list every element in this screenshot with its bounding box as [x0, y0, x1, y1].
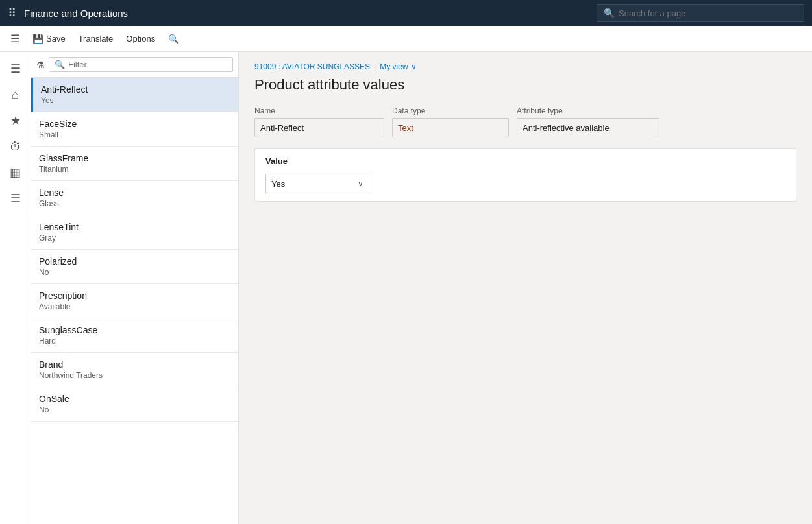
list-panel-header: ⚗ 🔍 [31, 52, 238, 78]
filter-search[interactable]: 🔍 [49, 57, 233, 72]
list-item[interactable]: GlassFrame Titanium [31, 147, 238, 181]
list-item[interactable]: Brand Northwind Traders [31, 353, 238, 387]
detail-panel: 91009 : AVIATOR SUNGLASSES | My view ∨ P… [239, 52, 812, 524]
list-item[interactable]: Polarized No [31, 250, 238, 284]
save-icon: 💾 [32, 34, 43, 44]
hamburger-menu-button[interactable]: ☰ [5, 30, 25, 47]
list-item[interactable]: Prescription Available [31, 284, 238, 318]
modules-icon[interactable]: ☰ [4, 187, 27, 210]
attrtype-label: Attribute type [517, 106, 659, 115]
home-icon[interactable]: ⌂ [4, 83, 27, 106]
search-input[interactable] [619, 8, 797, 18]
favorites-icon[interactable]: ★ [4, 109, 27, 132]
chevron-down-icon: ∨ [358, 179, 363, 188]
list-item[interactable]: Anti-Reflect Yes [31, 78, 238, 112]
attribute-list: Anti-Reflect Yes FaceSize Small GlassFra… [31, 78, 238, 524]
search-icon: 🔍 [604, 8, 615, 18]
toolbar-search-button[interactable]: 🔍 [163, 31, 184, 47]
filter-icon[interactable]: ⚗ [36, 60, 45, 70]
datatype-field-group: Data type [392, 106, 509, 137]
page-title: Product attribute values [254, 77, 796, 93]
translate-button[interactable]: Translate [73, 31, 119, 46]
breadcrumb: 91009 : AVIATOR SUNGLASSES | My view ∨ [254, 62, 796, 71]
list-item[interactable]: OnSale No [31, 387, 238, 422]
datatype-label: Data type [392, 106, 509, 115]
name-input[interactable] [254, 118, 384, 137]
name-label: Name [254, 106, 384, 115]
chevron-down-icon: ∨ [411, 62, 417, 71]
side-icon-bar: ☰ ⌂ ★ ⏱ ▦ ☰ [0, 52, 31, 524]
breadcrumb-view[interactable]: My view ∨ [380, 62, 416, 71]
options-button[interactable]: Options [121, 31, 160, 46]
datatype-input[interactable] [392, 118, 509, 137]
list-item[interactable]: FaceSize Small [31, 112, 238, 147]
main-layout: ☰ ⌂ ★ ⏱ ▦ ☰ ⚗ 🔍 Anti-Reflect Yes FaceSiz… [0, 52, 812, 524]
nav-toggle-icon[interactable]: ☰ [4, 57, 27, 80]
recent-icon[interactable]: ⏱ [4, 135, 27, 158]
list-item[interactable]: Lense Glass [31, 181, 238, 215]
filter-search-icon: 🔍 [55, 60, 65, 69]
value-section: Value Yes ∨ [254, 148, 796, 202]
workspaces-icon[interactable]: ▦ [4, 161, 27, 184]
value-section-title: Value [265, 156, 785, 166]
save-button[interactable]: 💾 Save [27, 31, 71, 47]
value-dropdown-text: Yes [271, 179, 285, 189]
breadcrumb-product[interactable]: 91009 : AVIATOR SUNGLASSES [254, 62, 370, 71]
grid-icon[interactable]: ⠿ [8, 6, 16, 20]
name-field-group: Name [254, 106, 384, 137]
app-title: Finance and Operations [24, 8, 589, 19]
breadcrumb-separator: | [374, 62, 376, 71]
list-panel: ⚗ 🔍 Anti-Reflect Yes FaceSize Small Glas… [31, 52, 239, 524]
global-search[interactable]: 🔍 [597, 4, 804, 22]
filter-input[interactable] [68, 60, 227, 69]
list-item[interactable]: LenseTint Gray [31, 215, 238, 250]
value-dropdown[interactable]: Yes ∨ [265, 174, 369, 193]
toolbar: ☰ 💾 Save Translate Options 🔍 [0, 26, 812, 52]
list-item[interactable]: SunglassCase Hard [31, 318, 238, 353]
attrtype-input[interactable] [517, 118, 659, 137]
top-navbar: ⠿ Finance and Operations 🔍 [0, 0, 812, 26]
attribute-fields-row: Name Data type Attribute type [254, 106, 796, 137]
attrtype-field-group: Attribute type [517, 106, 659, 137]
